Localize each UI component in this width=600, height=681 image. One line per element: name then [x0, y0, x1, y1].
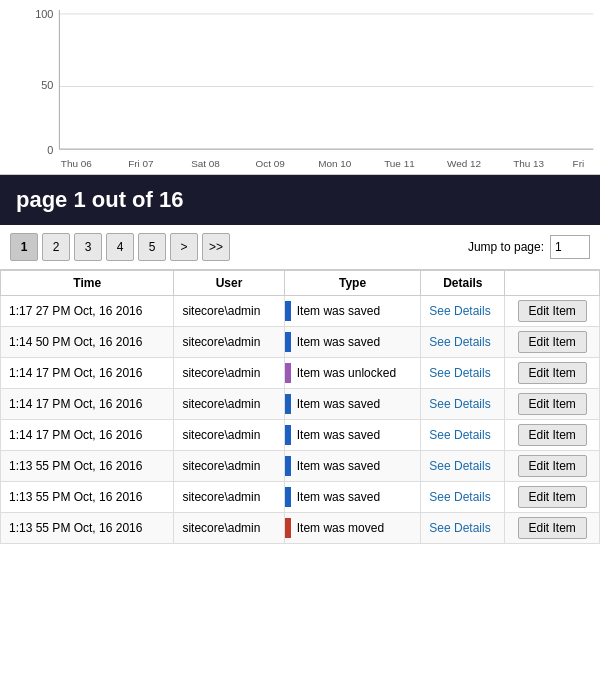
cell-action[interactable]: Edit Item — [505, 482, 600, 513]
x-label-thu06: Thu 06 — [61, 158, 92, 169]
type-text: Item was saved — [297, 335, 380, 349]
cell-action[interactable]: Edit Item — [505, 327, 600, 358]
cell-details[interactable]: See Details — [421, 389, 505, 420]
cell-user: sitecore\admin — [174, 296, 284, 327]
type-color-bar — [285, 301, 291, 321]
jump-input[interactable] — [550, 235, 590, 259]
type-cell-content: Item was moved — [285, 518, 421, 538]
type-text: Item was saved — [297, 397, 380, 411]
y-label-0: 0 — [47, 144, 53, 156]
x-label-sat08: Sat 08 — [191, 158, 220, 169]
chart-svg: 100 50 0 Thu 06 Fri 07 Sat 08 Oct 09 Mon… — [0, 0, 600, 174]
cell-details[interactable]: See Details — [421, 420, 505, 451]
table-header-row: Time User Type Details — [1, 271, 600, 296]
cell-details[interactable]: See Details — [421, 451, 505, 482]
cell-action[interactable]: Edit Item — [505, 451, 600, 482]
edit-item-button[interactable]: Edit Item — [518, 486, 587, 508]
header-action — [505, 271, 600, 296]
last-page-button[interactable]: >> — [202, 233, 230, 261]
edit-item-button[interactable]: Edit Item — [518, 362, 587, 384]
type-color-bar — [285, 487, 291, 507]
cell-details[interactable]: See Details — [421, 482, 505, 513]
type-cell-content: Item was saved — [285, 301, 421, 321]
type-text: Item was unlocked — [297, 366, 396, 380]
see-details-link[interactable]: See Details — [429, 428, 490, 442]
cell-details[interactable]: See Details — [421, 296, 505, 327]
cell-user: sitecore\admin — [174, 327, 284, 358]
type-color-bar — [285, 518, 291, 538]
edit-item-button[interactable]: Edit Item — [518, 300, 587, 322]
see-details-link[interactable]: See Details — [429, 335, 490, 349]
cell-type: Item was saved — [284, 296, 421, 327]
page-btn-1[interactable]: 1 — [10, 233, 38, 261]
y-label-50: 50 — [41, 79, 53, 91]
see-details-link[interactable]: See Details — [429, 459, 490, 473]
cell-user: sitecore\admin — [174, 358, 284, 389]
cell-user: sitecore\admin — [174, 482, 284, 513]
edit-item-button[interactable]: Edit Item — [518, 393, 587, 415]
cell-user: sitecore\admin — [174, 451, 284, 482]
table-row: 1:13 55 PM Oct, 16 2016sitecore\adminIte… — [1, 451, 600, 482]
type-text: Item was saved — [297, 428, 380, 442]
cell-time: 1:13 55 PM Oct, 16 2016 — [1, 451, 174, 482]
cell-type: Item was saved — [284, 389, 421, 420]
jump-to-page: Jump to page: — [468, 235, 590, 259]
see-details-link[interactable]: See Details — [429, 490, 490, 504]
edit-item-button[interactable]: Edit Item — [518, 331, 587, 353]
cell-action[interactable]: Edit Item — [505, 296, 600, 327]
cell-details[interactable]: See Details — [421, 358, 505, 389]
edit-item-button[interactable]: Edit Item — [518, 424, 587, 446]
cell-time: 1:13 55 PM Oct, 16 2016 — [1, 482, 174, 513]
see-details-link[interactable]: See Details — [429, 304, 490, 318]
cell-type: Item was saved — [284, 482, 421, 513]
type-text: Item was saved — [297, 490, 380, 504]
type-color-bar — [285, 425, 291, 445]
page-btn-2[interactable]: 2 — [42, 233, 70, 261]
cell-details[interactable]: See Details — [421, 513, 505, 544]
type-cell-content: Item was saved — [285, 394, 421, 414]
type-color-bar — [285, 332, 291, 352]
next-page-button[interactable]: > — [170, 233, 198, 261]
table-row: 1:14 50 PM Oct, 16 2016sitecore\adminIte… — [1, 327, 600, 358]
x-label-wed12: Wed 12 — [447, 158, 482, 169]
type-text: Item was saved — [297, 459, 380, 473]
y-label-100: 100 — [35, 8, 53, 20]
page-btn-5[interactable]: 5 — [138, 233, 166, 261]
type-cell-content: Item was saved — [285, 332, 421, 352]
cell-action[interactable]: Edit Item — [505, 513, 600, 544]
cell-action[interactable]: Edit Item — [505, 420, 600, 451]
table-row: 1:14 17 PM Oct, 16 2016sitecore\adminIte… — [1, 389, 600, 420]
x-label-mon10: Mon 10 — [318, 158, 352, 169]
see-details-link[interactable]: See Details — [429, 521, 490, 535]
header-time: Time — [1, 271, 174, 296]
type-cell-content: Item was saved — [285, 487, 421, 507]
jump-label: Jump to page: — [468, 240, 544, 254]
type-cell-content: Item was saved — [285, 456, 421, 476]
cell-time: 1:14 17 PM Oct, 16 2016 — [1, 389, 174, 420]
page-btn-3[interactable]: 3 — [74, 233, 102, 261]
cell-type: Item was moved — [284, 513, 421, 544]
cell-time: 1:14 50 PM Oct, 16 2016 — [1, 327, 174, 358]
chart-area: 100 50 0 Thu 06 Fri 07 Sat 08 Oct 09 Mon… — [0, 0, 600, 175]
x-label-fri07: Fri 07 — [128, 158, 154, 169]
table-row: 1:13 55 PM Oct, 16 2016sitecore\adminIte… — [1, 513, 600, 544]
cell-user: sitecore\admin — [174, 513, 284, 544]
page-btn-4[interactable]: 4 — [106, 233, 134, 261]
log-table: Time User Type Details 1:17 27 PM Oct, 1… — [0, 270, 600, 544]
cell-user: sitecore\admin — [174, 389, 284, 420]
cell-type: Item was saved — [284, 420, 421, 451]
type-text: Item was moved — [297, 521, 384, 535]
see-details-link[interactable]: See Details — [429, 366, 490, 380]
cell-action[interactable]: Edit Item — [505, 358, 600, 389]
see-details-link[interactable]: See Details — [429, 397, 490, 411]
cell-time: 1:14 17 PM Oct, 16 2016 — [1, 420, 174, 451]
edit-item-button[interactable]: Edit Item — [518, 517, 587, 539]
cell-details[interactable]: See Details — [421, 327, 505, 358]
edit-item-button[interactable]: Edit Item — [518, 455, 587, 477]
cell-time: 1:13 55 PM Oct, 16 2016 — [1, 513, 174, 544]
header-type: Type — [284, 271, 421, 296]
type-cell-content: Item was saved — [285, 425, 421, 445]
cell-action[interactable]: Edit Item — [505, 389, 600, 420]
header-user: User — [174, 271, 284, 296]
type-color-bar — [285, 394, 291, 414]
